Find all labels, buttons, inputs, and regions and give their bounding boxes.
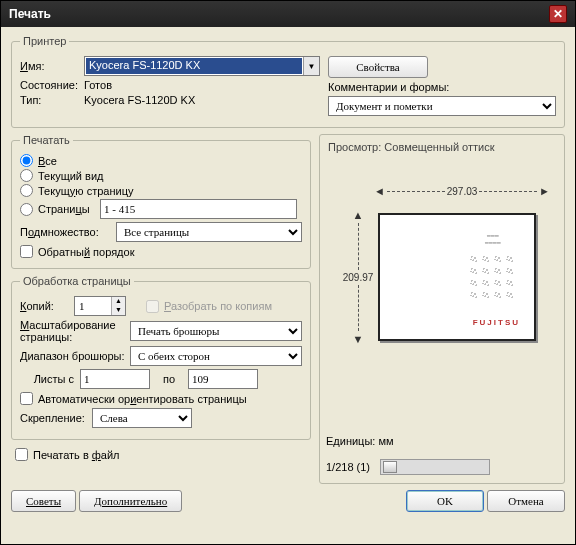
preview-brand: FUJITSU bbox=[473, 318, 520, 327]
sheets-from-label: Листы с bbox=[20, 373, 74, 385]
printer-name-value: Kyocera FS-1120D KX bbox=[86, 58, 302, 74]
copies-label: Копий: bbox=[20, 300, 74, 312]
pages-label: Страницы bbox=[38, 203, 100, 215]
radio-pages-row: Страницы bbox=[20, 199, 302, 219]
preview-group: Просмотр: Совмещенный оттиск ◄ 297.03 ► … bbox=[319, 134, 565, 484]
reverse-check[interactable]: Обратный порядок bbox=[20, 245, 302, 258]
collate-check: Разобрать по копиям bbox=[146, 300, 272, 313]
radio-all[interactable]: Все bbox=[20, 154, 302, 167]
tips-button[interactable]: Советы bbox=[11, 490, 76, 512]
subset-select[interactable]: Все страницы bbox=[116, 222, 302, 242]
arrow-down-icon-2: ▼ bbox=[353, 333, 364, 345]
pager: 1/218 (1) bbox=[326, 459, 490, 475]
handling-group: Обработка страницы Копий: ▲▼ Разобрать п… bbox=[11, 275, 311, 440]
handling-legend: Обработка страницы bbox=[20, 275, 134, 287]
preview-legend: Просмотр: Совмещенный оттиск bbox=[328, 141, 556, 153]
radio-current-page[interactable]: Текущую страницу bbox=[20, 184, 302, 197]
molecule-icon bbox=[468, 253, 518, 303]
scaling-label: Масштабирование страницы: bbox=[20, 319, 130, 343]
comments-label: Комментарии и формы: bbox=[328, 81, 449, 93]
arrow-left-icon: ◄ bbox=[374, 185, 385, 197]
sheets-to-input[interactable] bbox=[188, 369, 258, 389]
close-icon[interactable]: ✕ bbox=[549, 5, 567, 23]
printer-group: Принтер Имя: Kyocera FS-1120D KX ▼ Состо… bbox=[11, 35, 565, 128]
titlebar: Печать ✕ bbox=[1, 1, 575, 27]
preview-page: ━━━━━━━ FUJITSU bbox=[378, 213, 536, 341]
type-value: Kyocera FS-1120D KX bbox=[84, 94, 195, 106]
units-label: Единицы: мм bbox=[326, 435, 394, 447]
pages-input[interactable] bbox=[100, 199, 297, 219]
advanced-button[interactable]: Дополнительно bbox=[79, 490, 182, 512]
range-legend: Печатать bbox=[20, 134, 73, 146]
spin-up-icon[interactable]: ▲ bbox=[112, 297, 125, 306]
client-area: Принтер Имя: Kyocera FS-1120D KX ▼ Состо… bbox=[1, 27, 575, 544]
sheets-to-label: по bbox=[156, 373, 182, 385]
arrow-up-icon: ▲ bbox=[353, 209, 364, 221]
copies-input[interactable] bbox=[75, 297, 111, 315]
dim-height: ▲ 209.97 ▼ bbox=[342, 209, 374, 345]
comments-select[interactable]: Документ и пометки bbox=[328, 96, 556, 116]
radio-pages[interactable] bbox=[20, 203, 33, 216]
chevron-down-icon[interactable]: ▼ bbox=[303, 57, 319, 75]
arrow-right-icon: ► bbox=[539, 185, 550, 197]
subset-label: Подмножество: bbox=[20, 226, 116, 238]
scaling-select[interactable]: Печать брошюры bbox=[130, 321, 302, 341]
copies-spin[interactable]: ▲▼ bbox=[74, 296, 126, 316]
dim-width-value: 297.03 bbox=[447, 186, 478, 197]
radio-current-view[interactable]: Текущий вид bbox=[20, 169, 302, 182]
state-value: Готов bbox=[84, 79, 112, 91]
booklet-label: Диапазон брошюры: bbox=[20, 350, 130, 362]
properties-button[interactable]: Свойства bbox=[328, 56, 428, 78]
page-slider[interactable] bbox=[380, 459, 490, 475]
dim-height-value: 209.97 bbox=[343, 272, 374, 283]
type-label: Тип: bbox=[20, 94, 84, 106]
print-dialog: Печать ✕ Принтер Имя: Kyocera FS-1120D K… bbox=[0, 0, 576, 545]
spin-down-icon[interactable]: ▼ bbox=[112, 306, 125, 315]
binding-label: Скрепление: bbox=[20, 412, 92, 424]
sheets-from-input[interactable] bbox=[80, 369, 150, 389]
button-row: Советы Дополнительно OK Отмена bbox=[11, 490, 565, 512]
binding-select[interactable]: Слева bbox=[92, 408, 192, 428]
printer-name-select[interactable]: Kyocera FS-1120D KX ▼ bbox=[84, 56, 320, 76]
state-label: Состояние: bbox=[20, 79, 84, 91]
preview-thumb: ━━━━━━━ bbox=[462, 233, 524, 305]
name-label: Имя: bbox=[20, 60, 84, 72]
cancel-button[interactable]: Отмена bbox=[487, 490, 565, 512]
dim-width: ◄ 297.03 ► bbox=[374, 185, 550, 197]
pager-text: 1/218 (1) bbox=[326, 461, 370, 473]
print-to-file-check[interactable]: Печатать в файл bbox=[15, 448, 311, 461]
booklet-select[interactable]: С обеих сторон bbox=[130, 346, 302, 366]
printer-legend: Принтер bbox=[20, 35, 69, 47]
range-group: Печатать Все Текущий вид Текущую страниц… bbox=[11, 134, 311, 269]
slider-thumb[interactable] bbox=[383, 461, 397, 473]
window-title: Печать bbox=[9, 7, 51, 21]
ok-button[interactable]: OK bbox=[406, 490, 484, 512]
autorotate-check[interactable]: Автоматически ориентировать страницы bbox=[20, 392, 302, 405]
